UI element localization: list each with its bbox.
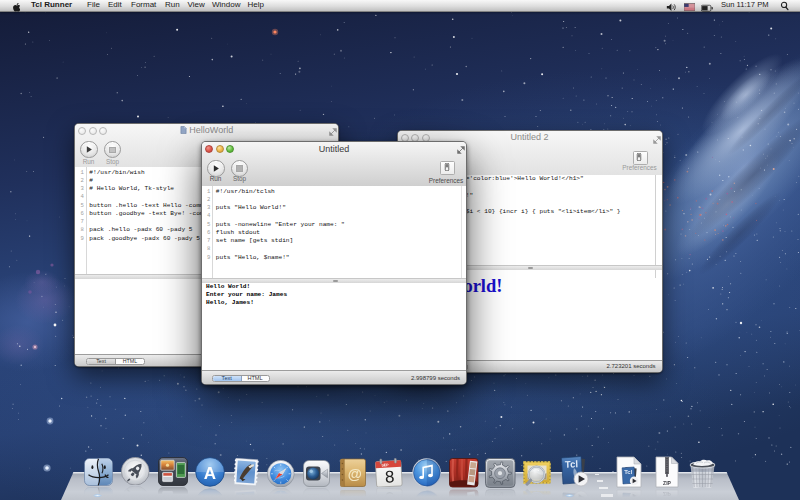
svg-text:Tcl: Tcl xyxy=(564,458,577,469)
svg-text:ZIP: ZIP xyxy=(663,479,671,485)
svg-text:Tcl: Tcl xyxy=(624,469,632,475)
svg-text:A: A xyxy=(204,463,216,482)
svg-text:@: @ xyxy=(347,465,361,481)
svg-text:8: 8 xyxy=(384,467,394,486)
